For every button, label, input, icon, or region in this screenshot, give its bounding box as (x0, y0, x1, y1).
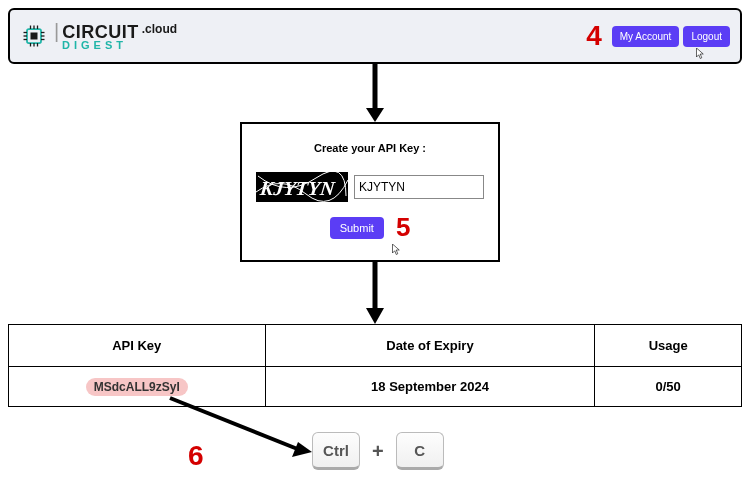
annotation-4: 4 (586, 20, 602, 52)
api-keys-table: API Key Date of Expiry Usage MSdcALL9zSy… (8, 324, 742, 407)
arrow-icon (362, 262, 388, 326)
usage-value: 0/50 (595, 367, 742, 407)
key-ctrl: Ctrl (312, 432, 360, 470)
create-api-key-panel: Create your API Key : KJYTYN Submit 5 (240, 122, 500, 262)
arrow-icon (362, 64, 388, 124)
annotation-5: 5 (396, 212, 410, 243)
logo-digest: DIGEST (62, 40, 177, 51)
submit-button[interactable]: Submit (330, 217, 384, 239)
col-api-key: API Key (9, 325, 266, 367)
app-header: | CIRCUIT .cloud DIGEST 4 My Account Log… (8, 8, 742, 64)
arrow-icon (160, 394, 320, 464)
table-header-row: API Key Date of Expiry Usage (9, 325, 742, 367)
logo-cloud: .cloud (142, 23, 177, 35)
svg-marker-20 (292, 442, 312, 457)
panel-title: Create your API Key : (314, 142, 426, 154)
api-key-value[interactable]: MSdcALL9zSyI (86, 378, 188, 396)
plus-icon: + (372, 440, 384, 463)
logo: | CIRCUIT .cloud DIGEST (20, 21, 177, 51)
svg-rect-1 (31, 33, 38, 40)
svg-marker-19 (366, 308, 384, 324)
svg-marker-15 (366, 108, 384, 122)
annotation-6: 6 (188, 440, 204, 472)
chip-icon (20, 22, 48, 50)
keyboard-shortcut: Ctrl + C (312, 432, 444, 470)
key-c: C (396, 432, 444, 470)
captcha-image: KJYTYN (256, 172, 348, 202)
my-account-button[interactable]: My Account (612, 26, 680, 47)
logout-button[interactable]: Logout (683, 26, 730, 47)
svg-text:KJYTYN: KJYTYN (258, 177, 337, 199)
captcha-input[interactable] (354, 175, 484, 199)
col-usage: Usage (595, 325, 742, 367)
col-expiry: Date of Expiry (265, 325, 595, 367)
table-row: MSdcALL9zSyI 18 September 2024 0/50 (9, 367, 742, 407)
